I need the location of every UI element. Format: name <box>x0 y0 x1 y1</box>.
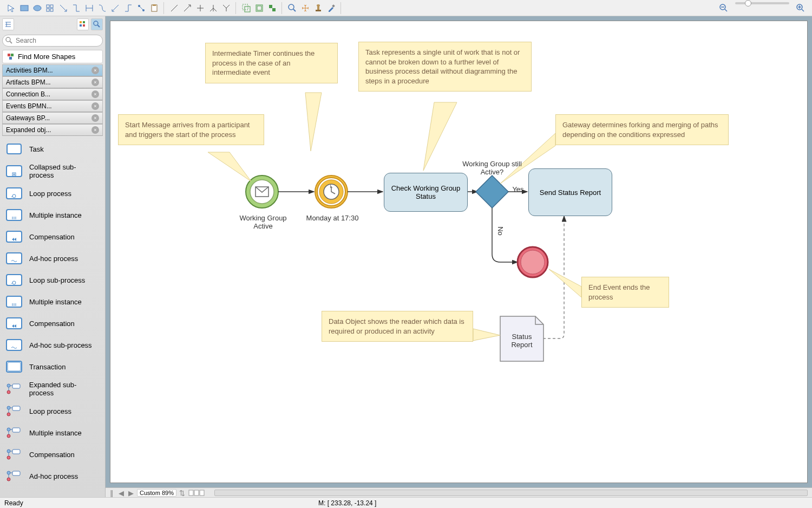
zoom-label[interactable]: Custom 89% <box>137 489 176 497</box>
close-icon[interactable]: × <box>91 79 99 86</box>
shape-item[interactable]: Compensation <box>2 226 103 248</box>
select-tool[interactable] <box>5 2 17 14</box>
svg-rect-11 <box>245 6 250 12</box>
search-input[interactable] <box>2 35 103 47</box>
shape-item[interactable]: Collapsed sub-process <box>2 160 103 183</box>
shape-item[interactable]: Task <box>2 138 103 160</box>
category-item[interactable]: Gateways BP...× <box>2 112 103 124</box>
shape-icon <box>4 425 24 440</box>
connector2[interactable] <box>70 2 82 14</box>
svg-rect-31 <box>9 57 12 60</box>
shape-item[interactable]: Transaction <box>2 356 103 377</box>
pan-tool[interactable] <box>299 2 311 14</box>
zoom-in[interactable] <box>795 2 807 14</box>
shape-item[interactable]: Compensation <box>2 312 103 334</box>
shape-item[interactable]: Loop sub-process <box>2 269 103 291</box>
svg-rect-9 <box>153 4 156 6</box>
close-icon[interactable]: × <box>91 90 99 98</box>
grid-view-icon[interactable] <box>77 18 89 30</box>
shape-icon <box>4 141 24 157</box>
line1[interactable] <box>168 2 180 14</box>
shape-list: TaskCollapsed sub-processLoop processMul… <box>0 136 105 497</box>
task-send-report[interactable]: Send Status Report <box>528 168 612 216</box>
svg-point-70 <box>521 250 545 274</box>
find-more-shapes[interactable]: Find More Shapes <box>2 50 103 63</box>
zoom-thumb[interactable] <box>745 0 751 6</box>
ellipse-tool[interactable] <box>31 2 43 14</box>
scroll-right[interactable]: ▶ <box>127 489 135 497</box>
clipboard-tool[interactable] <box>148 2 160 14</box>
tree-view-icon[interactable] <box>2 18 14 30</box>
category-item[interactable]: Connection B...× <box>2 88 103 100</box>
shape-label: Ad-hoc process <box>29 472 78 480</box>
svg-rect-17 <box>316 10 321 11</box>
h-scroll-track[interactable] <box>214 490 808 496</box>
canvas[interactable]: Intermediate Timer continues the process… <box>110 21 808 483</box>
svg-text:L: L <box>330 184 332 189</box>
svg-rect-73 <box>200 490 204 496</box>
connector3[interactable] <box>83 2 95 14</box>
close-icon[interactable]: × <box>91 126 99 134</box>
status-coords: M: [ 233.28, -13.24 ] <box>318 499 376 507</box>
category-item[interactable]: Expanded obj...× <box>2 124 103 136</box>
close-icon[interactable]: × <box>91 67 99 74</box>
svg-rect-15 <box>272 8 276 11</box>
connector5[interactable] <box>109 2 121 14</box>
connector6[interactable] <box>122 2 134 14</box>
line2[interactable] <box>181 2 193 14</box>
zoom-tool[interactable] <box>286 2 298 14</box>
svg-point-55 <box>7 450 10 453</box>
rect-tool[interactable] <box>18 2 30 14</box>
shape-item[interactable]: Compensation <box>2 444 103 465</box>
connector4[interactable] <box>96 2 108 14</box>
shape-item[interactable]: Ad-hoc sub-process <box>2 334 103 356</box>
zoom-stepper[interactable]: ⇅ <box>179 489 186 497</box>
zoom-slider[interactable] <box>735 2 789 4</box>
shape-label: Ad-hoc sub-process <box>29 341 92 349</box>
close-icon[interactable]: × <box>91 102 99 110</box>
shape-icon <box>4 294 24 309</box>
shape-item[interactable]: Expanded sub-process <box>2 377 103 400</box>
shape-item[interactable]: Multiple instance <box>2 204 103 226</box>
no-label: No <box>496 226 505 237</box>
shape-label: Multiple instance <box>29 298 82 306</box>
page-icons[interactable] <box>188 490 210 496</box>
svg-rect-0 <box>21 5 28 11</box>
sidebar-tabs <box>0 16 105 32</box>
close-icon[interactable]: × <box>91 114 99 122</box>
zoom-out[interactable] <box>718 2 730 14</box>
shape-label: Loop process <box>29 190 71 198</box>
shape-categories: Activities BPM...×Artifacts BPM...×Conne… <box>0 64 105 136</box>
group1[interactable] <box>240 2 252 14</box>
shape-item[interactable]: Ad-hoc process <box>2 465 103 487</box>
shape-item[interactable]: Ad-hoc process <box>2 248 103 269</box>
line3[interactable] <box>194 2 206 14</box>
eyedropper-tool[interactable] <box>325 2 337 14</box>
stamp-tool[interactable] <box>312 2 324 14</box>
shape-item[interactable]: Loop process <box>2 183 103 204</box>
search-view-icon[interactable] <box>91 18 103 30</box>
connector1[interactable] <box>57 2 69 14</box>
shape-item[interactable]: Multiple instance <box>2 291 103 312</box>
category-item[interactable]: Activities BPM...× <box>2 64 103 76</box>
svg-point-51 <box>7 413 10 416</box>
svg-rect-2 <box>47 5 49 8</box>
start-label: Working Group Active <box>236 214 290 230</box>
grid-tool[interactable] <box>44 2 56 14</box>
branch-tool[interactable] <box>207 2 219 14</box>
toolbar <box>0 0 812 16</box>
connector7[interactable] <box>135 2 147 14</box>
scroll-pause[interactable]: ‖ <box>108 489 115 497</box>
shape-label: Loop sub-process <box>29 276 85 284</box>
shape-item[interactable]: Multiple instance <box>2 422 103 444</box>
group2[interactable] <box>253 2 265 14</box>
svg-rect-71 <box>189 490 193 496</box>
category-item[interactable]: Artifacts BPM...× <box>2 76 103 88</box>
shape-item[interactable]: Loop process <box>2 400 103 422</box>
group3[interactable] <box>266 2 278 14</box>
merge-tool[interactable] <box>220 2 232 14</box>
scroll-left[interactable]: ◀ <box>117 489 125 497</box>
task-check-status[interactable]: Check Working Group Status <box>384 173 468 212</box>
svg-rect-18 <box>317 6 319 10</box>
category-item[interactable]: Events BPMN...× <box>2 100 103 112</box>
